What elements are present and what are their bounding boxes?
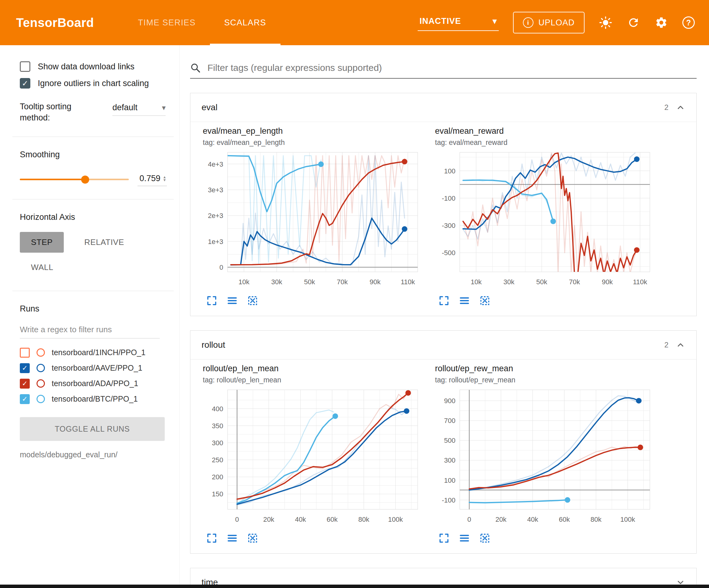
sidebar-divider <box>12 136 174 137</box>
run-row-btc[interactable]: ✓ tensorboard/BTC/PPO_1 <box>20 394 179 404</box>
smoothing-value-input[interactable]: 0.759 ▴▾ <box>137 173 167 186</box>
svg-text:100k: 100k <box>388 515 403 523</box>
status-dropdown[interactable]: INACTIVE ▾ <box>418 15 499 31</box>
tooltip-sorting-row: Tooltip sorting method: default ▾ <box>20 101 179 124</box>
chevron-down-icon: ▾ <box>162 103 166 112</box>
tooltip-sorting-label: Tooltip sorting method: <box>20 101 85 124</box>
run-checkbox[interactable]: ✓ <box>20 363 30 373</box>
run-label: tensorboard/BTC/PPO_1 <box>52 394 138 404</box>
settings-gear-icon[interactable] <box>655 16 668 29</box>
line-chart[interactable]: 10k30k50k70k90k110k100-100-300-500 <box>435 147 652 294</box>
axis-wall-button[interactable]: WALL <box>20 257 64 278</box>
svg-text:50k: 50k <box>536 278 547 286</box>
collapse-chevron-up-icon[interactable] <box>676 103 685 112</box>
svg-text:70k: 70k <box>569 278 580 286</box>
svg-text:1e+3: 1e+3 <box>208 238 223 246</box>
app-header: TensorBoard TIME SERIES SCALARS INACTIVE… <box>0 0 709 45</box>
run-row-aave[interactable]: ✓ tensorboard/AAVE/PPO_1 <box>20 363 179 373</box>
svg-text:100: 100 <box>444 167 455 175</box>
expand-chart-icon[interactable] <box>206 532 218 544</box>
runs-list-icon[interactable] <box>226 532 238 544</box>
brightness-icon[interactable] <box>599 16 612 29</box>
ignore-outliers-row[interactable]: ✓ Ignore outliers in chart scaling <box>20 78 179 88</box>
tag-filter-row <box>190 62 697 79</box>
run-row-1inch[interactable]: tensorboard/1INCH/PPO_1 <box>20 348 179 358</box>
runs-list-icon[interactable] <box>458 295 470 307</box>
ignore-outliers-checkbox[interactable]: ✓ <box>20 78 30 88</box>
refresh-icon[interactable] <box>627 16 640 29</box>
smoothing-slider-thumb[interactable] <box>81 176 89 184</box>
expand-chart-icon[interactable] <box>438 295 450 307</box>
tooltip-sorting-select[interactable]: default ▾ <box>112 103 166 116</box>
run-checkbox[interactable]: ✓ <box>20 379 30 389</box>
show-download-links-checkbox[interactable] <box>20 61 30 72</box>
run-color-circle[interactable] <box>36 379 45 388</box>
run-row-ada[interactable]: ✓ tensorboard/ADA/PPO_1 <box>20 379 179 389</box>
card-eval-header[interactable]: eval 2 <box>190 93 696 122</box>
run-color-circle[interactable] <box>36 395 45 403</box>
toggle-all-runs-button[interactable]: TOGGLE ALL RUNS <box>20 417 165 441</box>
axis-step-button[interactable]: STEP <box>20 232 64 253</box>
svg-text:50k: 50k <box>304 278 315 286</box>
svg-text:350: 350 <box>212 422 223 430</box>
fit-domain-icon[interactable] <box>479 532 491 544</box>
svg-text:20k: 20k <box>495 515 506 523</box>
svg-text:80k: 80k <box>590 515 602 523</box>
page-body: Show data download links ✓ Ignore outlie… <box>0 45 709 588</box>
run-list: tensorboard/1INCH/PPO_1 ✓ tensorboard/AA… <box>20 348 179 404</box>
line-chart[interactable]: 020k40k60k80k100k-100100300500700900 <box>435 385 652 532</box>
search-icon <box>190 62 201 73</box>
runs-filter-input[interactable] <box>20 322 160 338</box>
fit-domain-icon[interactable] <box>479 295 491 307</box>
chart-tag: tag: eval/mean_reward <box>435 138 652 147</box>
chevron-down-icon: ▾ <box>493 17 497 26</box>
collapse-chevron-up-icon[interactable] <box>676 340 685 350</box>
fit-domain-icon[interactable] <box>247 295 259 307</box>
chart-actions <box>438 295 652 307</box>
chart-title: rollout/ep_len_mean <box>203 364 420 374</box>
run-checkbox[interactable] <box>20 348 30 358</box>
svg-text:60k: 60k <box>326 515 338 523</box>
chart-mean-reward: eval/mean_reward tag: eval/mean_reward 1… <box>435 126 652 307</box>
line-chart[interactable]: 020k40k60k80k100k150200250300350400 <box>203 385 420 532</box>
line-chart[interactable]: 10k30k50k70k90k110k01e+32e+33e+34e+3 <box>203 147 420 294</box>
run-color-circle[interactable] <box>36 364 45 372</box>
chart-actions <box>206 295 420 307</box>
svg-text:100: 100 <box>444 477 455 484</box>
svg-text:40k: 40k <box>295 515 306 523</box>
svg-text:30k: 30k <box>503 278 515 286</box>
runs-list-icon[interactable] <box>226 295 238 307</box>
settings-sidebar: Show data download links ✓ Ignore outlie… <box>0 45 180 588</box>
svg-text:90k: 90k <box>602 278 613 286</box>
tab-scalars[interactable]: SCALARS <box>210 0 281 45</box>
tag-filter-input[interactable] <box>207 62 697 73</box>
smoothing-label: Smoothing <box>20 150 179 159</box>
run-checkbox[interactable]: ✓ <box>20 394 30 404</box>
expand-chart-icon[interactable] <box>438 532 450 544</box>
svg-text:70k: 70k <box>337 278 348 286</box>
chart-actions <box>206 532 420 544</box>
tab-time-series[interactable]: TIME SERIES <box>124 0 210 45</box>
smoothing-slider[interactable] <box>20 179 129 180</box>
stepper-arrows-icon[interactable]: ▴▾ <box>163 175 166 182</box>
svg-text:250: 250 <box>212 456 223 464</box>
svg-text:300: 300 <box>212 439 223 447</box>
upload-button[interactable]: i UPLOAD <box>513 12 584 33</box>
smoothing-control: 0.759 ▴▾ <box>20 173 179 186</box>
chart-title: eval/mean_reward <box>435 126 652 136</box>
chart-tag: tag: rollout/ep_len_mean <box>203 376 420 384</box>
card-rollout-header[interactable]: rollout 2 <box>190 331 696 359</box>
axis-relative-button[interactable]: RELATIVE <box>73 232 135 253</box>
show-download-links-row[interactable]: Show data download links <box>20 61 179 72</box>
card-chart-count: 2 <box>664 103 668 112</box>
help-icon[interactable]: ? <box>682 17 695 29</box>
fit-domain-icon[interactable] <box>247 532 259 544</box>
svg-text:-100: -100 <box>442 496 455 504</box>
expand-chart-icon[interactable] <box>206 295 218 307</box>
runs-list-icon[interactable] <box>458 532 470 544</box>
svg-text:150: 150 <box>212 490 223 498</box>
horizontal-axis-buttons: STEP RELATIVE WALL <box>20 232 168 278</box>
show-download-links-label: Show data download links <box>38 62 134 72</box>
svg-text:-300: -300 <box>442 222 455 229</box>
run-color-circle[interactable] <box>36 348 45 357</box>
